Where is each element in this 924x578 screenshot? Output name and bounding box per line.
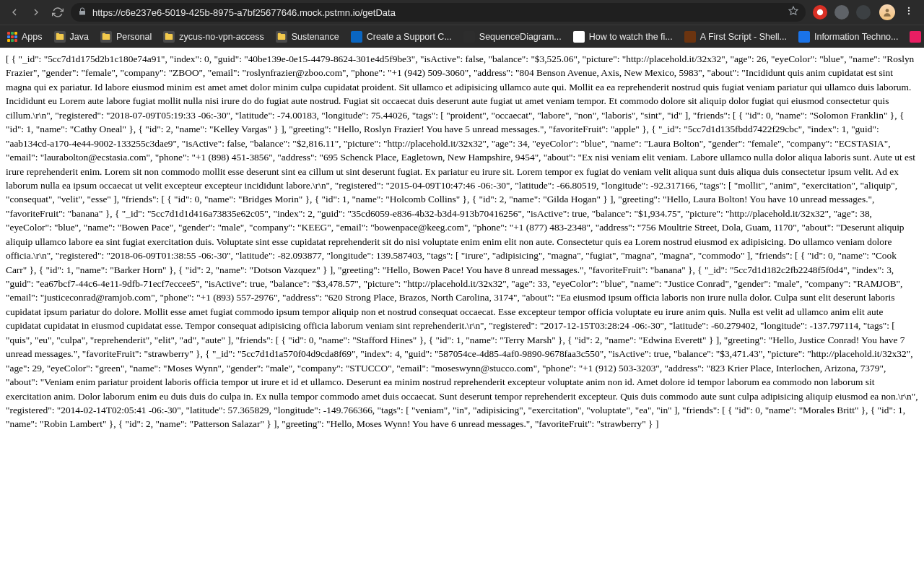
- site-icon: [463, 31, 475, 43]
- apps-shortcut[interactable]: Apps: [7, 32, 43, 42]
- bookmark-item[interactable]: SequenceDiagram...: [463, 31, 562, 43]
- site-icon: [573, 31, 585, 43]
- bookmark-label: Sustenance: [292, 32, 339, 42]
- apps-label: Apps: [22, 32, 43, 42]
- site-icon: [684, 31, 696, 43]
- toolbar: https://c6e237e6-5019-425b-8975-a7bf2567…: [0, 0, 924, 25]
- page-content: [ { "_id": "5cc7d1d175d2b1c180e74a91", "…: [0, 48, 924, 436]
- bookmark-item[interactable]: Java: [54, 31, 89, 43]
- bookmark-label: Personal: [116, 32, 152, 42]
- svg-point-3: [908, 7, 910, 9]
- folder-icon: [163, 31, 175, 43]
- bookmark-item[interactable]: 006 ISupplier Create: [910, 31, 924, 43]
- extension-icon-3[interactable]: [856, 5, 871, 20]
- forward-button[interactable]: [27, 4, 45, 21]
- site-icon: [351, 31, 362, 43]
- svg-marker-0: [789, 7, 798, 14]
- bookmark-label: Information Techno...: [814, 32, 899, 42]
- bookmark-label: SequenceDiagram...: [479, 32, 562, 42]
- bookmark-item[interactable]: Create a Support C...: [351, 31, 452, 43]
- url-text: https://c6e237e6-5019-425b-8975-a7bf2567…: [92, 7, 783, 18]
- bookmarks-bar: Apps JavaPersonalzycus-no-vpn-accessSust…: [0, 25, 924, 48]
- menu-button[interactable]: [904, 6, 914, 19]
- folder-icon: [100, 31, 112, 43]
- bookmark-label: zycus-no-vpn-access: [179, 32, 263, 42]
- bookmark-item[interactable]: How to watch the fi...: [573, 31, 673, 43]
- svg-point-5: [908, 13, 910, 14]
- folder-icon: [276, 31, 287, 43]
- profile-avatar[interactable]: [879, 4, 895, 20]
- reload-button[interactable]: [49, 4, 66, 21]
- svg-point-4: [908, 10, 910, 12]
- bookmark-item[interactable]: Sustenance: [276, 31, 339, 43]
- extension-icon-2[interactable]: [834, 5, 849, 20]
- lock-icon: [78, 6, 87, 19]
- bookmark-item[interactable]: Information Techno...: [798, 31, 899, 43]
- bookmark-label: Java: [70, 32, 89, 42]
- bookmark-label: Create a Support C...: [367, 32, 452, 42]
- bookmark-item[interactable]: zycus-no-vpn-access: [163, 31, 263, 43]
- svg-point-2: [886, 9, 889, 12]
- back-button[interactable]: [6, 4, 23, 21]
- site-icon: [798, 31, 810, 43]
- apps-icon: [7, 32, 17, 42]
- json-body-text: [ { "_id": "5cc7d1d175d2b1c180e74a91", "…: [6, 53, 918, 429]
- bookmark-label: A First Script - Shell...: [700, 32, 787, 42]
- star-icon[interactable]: [788, 6, 798, 19]
- browser-chrome: https://c6e237e6-5019-425b-8975-a7bf2567…: [0, 0, 924, 48]
- svg-point-1: [817, 9, 823, 15]
- site-icon: [910, 31, 921, 43]
- bookmark-item[interactable]: Personal: [100, 31, 152, 43]
- bookmark-item[interactable]: A First Script - Shell...: [684, 31, 787, 43]
- bookmark-label: How to watch the fi...: [589, 32, 673, 42]
- address-bar[interactable]: https://c6e237e6-5019-425b-8975-a7bf2567…: [71, 3, 806, 22]
- extension-icon-1[interactable]: [813, 5, 827, 20]
- folder-icon: [54, 31, 66, 43]
